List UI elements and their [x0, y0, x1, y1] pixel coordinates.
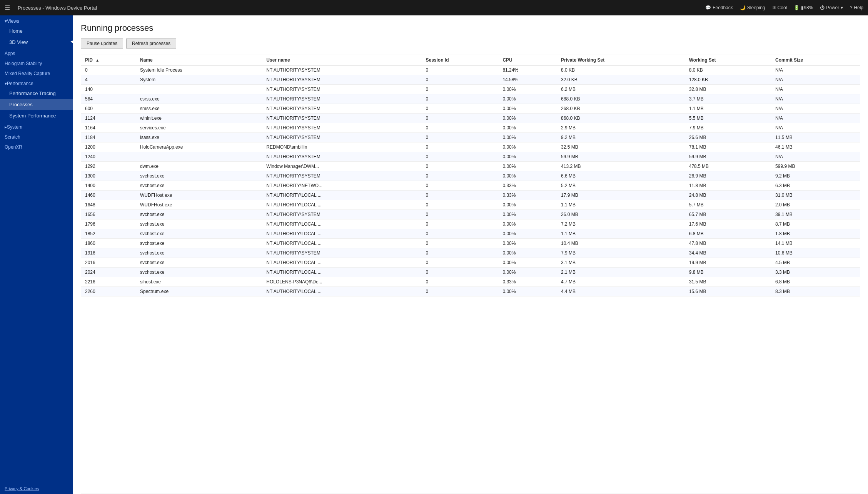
table-row[interactable]: 4SystemNT AUTHORITY\SYSTEM014.58%32.0 KB… [81, 75, 860, 85]
cell-pid: 1916 [81, 248, 136, 258]
table-row[interactable]: 1124wininit.exeNT AUTHORITY\SYSTEM00.00%… [81, 114, 860, 123]
sidebar-item-home[interactable]: Home [0, 25, 73, 37]
cell-commit_size: 4.5 MB [771, 258, 860, 268]
cell-cpu: 0.00% [499, 248, 557, 258]
cell-username: NT AUTHORITY\LOCAL ... [262, 268, 422, 277]
cell-username: NT AUTHORITY\LOCAL ... [262, 287, 422, 296]
cell-name [136, 152, 262, 162]
sidebar-item-processes[interactable]: Processes [0, 99, 73, 110]
cell-working_set: 478.5 MB [685, 162, 771, 171]
cell-private_ws: 32.5 MB [557, 142, 685, 152]
table-row[interactable]: 2260Spectrum.exeNT AUTHORITY\LOCAL ...00… [81, 287, 860, 296]
table-row[interactable]: 1292dwm.exeWindow Manager\DWM...00.00%41… [81, 162, 860, 171]
sidebar-section-openxr[interactable]: OpenXR [0, 141, 73, 151]
cell-working_set: 17.6 MB [685, 219, 771, 229]
sidebar-item-3dview[interactable]: 3D View [0, 37, 73, 48]
window-title: Processes - Windows Device Portal [18, 5, 701, 11]
table-row[interactable]: 1164services.exeNT AUTHORITY\SYSTEM00.00… [81, 123, 860, 133]
table-row[interactable]: 1852svchost.exeNT AUTHORITY\LOCAL ...00.… [81, 229, 860, 239]
privacy-cookies-link[interactable]: Privacy & Cookies [0, 483, 73, 494]
content-area: Running processes Pause updates Refresh … [73, 15, 868, 494]
cell-working_set: 5.7 MB [685, 200, 771, 210]
cell-cpu: 0.00% [499, 239, 557, 248]
table-row[interactable]: 1240NT AUTHORITY\SYSTEM00.00%59.9 MB59.9… [81, 152, 860, 162]
table-row[interactable]: 1300svchost.exeNT AUTHORITY\SYSTEM00.00%… [81, 171, 860, 181]
table-row[interactable]: 1400svchost.exeNT AUTHORITY\NETWO...00.3… [81, 181, 860, 191]
cell-pid: 600 [81, 104, 136, 114]
cell-name: svchost.exe [136, 248, 262, 258]
col-username[interactable]: User name [262, 55, 422, 65]
cell-name: svchost.exe [136, 229, 262, 239]
col-session[interactable]: Session Id [422, 55, 499, 65]
cell-private_ws: 9.2 MB [557, 133, 685, 142]
sidebar-item-system-performance[interactable]: System Performance [0, 110, 73, 121]
col-commit-size[interactable]: Commit Size [771, 55, 860, 65]
cell-pid: 2016 [81, 258, 136, 268]
sidebar-item-performance-tracing[interactable]: Performance Tracing [0, 88, 73, 99]
cell-pid: 2024 [81, 268, 136, 277]
table-row[interactable]: 2216sihost.exeHOLOLENS-P3NAQ6\De...00.33… [81, 277, 860, 287]
cell-username: NT AUTHORITY\LOCAL ... [262, 200, 422, 210]
cell-session: 0 [422, 142, 499, 152]
table-row[interactable]: 1860svchost.exeNT AUTHORITY\LOCAL ...00.… [81, 239, 860, 248]
cell-commit_size: 39.1 MB [771, 210, 860, 219]
cell-session: 0 [422, 277, 499, 287]
sidebar-section-scratch[interactable]: Scratch [0, 131, 73, 141]
battery-icon: 🔋 [794, 5, 800, 10]
col-cpu[interactable]: CPU [499, 55, 557, 65]
cell-username: NT AUTHORITY\LOCAL ... [262, 191, 422, 200]
pause-updates-button[interactable]: Pause updates [81, 39, 123, 49]
table-row[interactable]: 1200HoloCameraApp.exeREDMOND\ambillin00.… [81, 142, 860, 152]
table-row[interactable]: 1916svchost.exeNT AUTHORITY\SYSTEM00.00%… [81, 248, 860, 258]
sidebar-section-hologram[interactable]: Hologram Stability [0, 58, 73, 68]
cell-session: 0 [422, 65, 499, 75]
cell-private_ws: 413.2 MB [557, 162, 685, 171]
col-name[interactable]: Name [136, 55, 262, 65]
table-row[interactable]: 2024svchost.exeNT AUTHORITY\LOCAL ...00.… [81, 268, 860, 277]
cell-username: NT AUTHORITY\SYSTEM [262, 114, 422, 123]
sidebar-section-views[interactable]: ▾Views [0, 15, 73, 25]
cell-commit_size: 31.0 MB [771, 191, 860, 200]
sidebar-collapse-button[interactable]: ◀ [68, 35, 73, 47]
cell-username: NT AUTHORITY\NETWO... [262, 181, 422, 191]
cell-cpu: 0.00% [499, 287, 557, 296]
sidebar-section-apps[interactable]: Apps [0, 48, 73, 58]
hamburger-icon[interactable]: ☰ [5, 4, 10, 12]
cell-commit_size: 1.8 MB [771, 229, 860, 239]
power-button[interactable]: ⏻ Power ▾ [820, 5, 843, 10]
cell-pid: 564 [81, 94, 136, 104]
cell-username: NT AUTHORITY\LOCAL ... [262, 229, 422, 239]
sleeping-button[interactable]: 🌙 Sleeping [740, 5, 765, 10]
feedback-button[interactable]: 💬 Feedback [705, 5, 733, 10]
page-title: Running processes [81, 23, 860, 33]
col-private-ws[interactable]: Private Working Set [557, 55, 685, 65]
cell-cpu: 0.00% [499, 268, 557, 277]
col-working-set[interactable]: Working Set [685, 55, 771, 65]
processes-table-wrapper[interactable]: PID ▲ Name User name Session Id CPU Priv… [81, 55, 860, 494]
col-pid[interactable]: PID ▲ [81, 55, 136, 65]
cell-session: 0 [422, 114, 499, 123]
sidebar-section-mixed-reality[interactable]: Mixed Reality Capture [0, 68, 73, 78]
cell-session: 0 [422, 287, 499, 296]
table-row[interactable]: 1184lsass.exeNT AUTHORITY\SYSTEM00.00%9.… [81, 133, 860, 142]
header-actions: 💬 Feedback 🌙 Sleeping ❄ Cool 🔋 ▮98% ⏻ Po… [705, 5, 863, 10]
refresh-processes-button[interactable]: Refresh processes [126, 39, 176, 49]
table-row[interactable]: 1460WUDFHost.exeNT AUTHORITY\LOCAL ...00… [81, 191, 860, 200]
sidebar-section-performance[interactable]: ▾Performance [0, 78, 73, 88]
table-row[interactable]: 1796svchost.exeNT AUTHORITY\LOCAL ...00.… [81, 219, 860, 229]
table-row[interactable]: 140NT AUTHORITY\SYSTEM00.00%6.2 MB32.8 M… [81, 85, 860, 94]
cell-working_set: 9.8 MB [685, 268, 771, 277]
table-row[interactable]: 1648WUDFHost.exeNT AUTHORITY\LOCAL ...00… [81, 200, 860, 210]
table-row[interactable]: 1656svchost.exeNT AUTHORITY\SYSTEM00.00%… [81, 210, 860, 219]
table-row[interactable]: 2016svchost.exeNT AUTHORITY\LOCAL ...00.… [81, 258, 860, 268]
cell-private_ws: 3.1 MB [557, 258, 685, 268]
help-button[interactable]: ? Help [850, 5, 863, 10]
battery-button[interactable]: 🔋 ▮98% [794, 5, 813, 10]
cell-cpu: 0.00% [499, 200, 557, 210]
table-row[interactable]: 564csrss.exeNT AUTHORITY\SYSTEM00.00%688… [81, 94, 860, 104]
table-row[interactable]: 600smss.exeNT AUTHORITY\SYSTEM00.00%268.… [81, 104, 860, 114]
cool-button[interactable]: ❄ Cool [772, 5, 787, 10]
table-row[interactable]: 0System Idle ProcessNT AUTHORITY\SYSTEM0… [81, 65, 860, 75]
sidebar-section-system[interactable]: ▸System [0, 121, 73, 131]
cell-session: 0 [422, 268, 499, 277]
